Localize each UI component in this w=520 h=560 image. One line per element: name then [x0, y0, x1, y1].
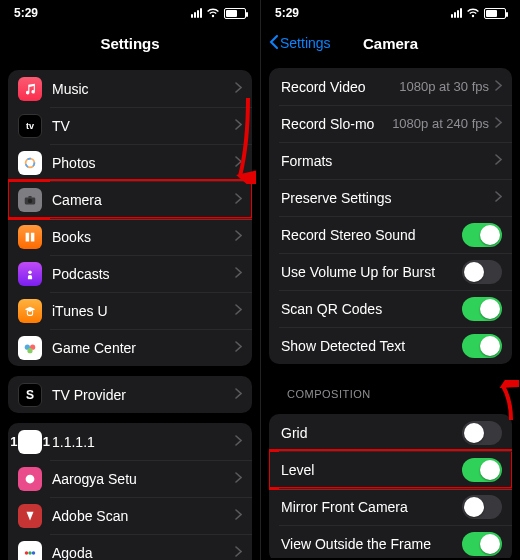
battery-icon	[484, 8, 506, 19]
settings-row-tvprovider-icon: S	[18, 383, 42, 407]
camera-row-formats[interactable]: Formats	[269, 142, 512, 179]
row-detail: 1080p at 240 fps	[392, 116, 489, 131]
row-label: TV Provider	[52, 387, 235, 403]
row-label: Scan QR Codes	[281, 301, 462, 317]
row-label: iTunes U	[52, 303, 235, 319]
settings-row-photos[interactable]: Photos	[8, 144, 252, 181]
chevron-left-icon	[269, 35, 278, 52]
settings-row-agoda-icon	[18, 541, 42, 561]
camera-row-mirror-toggle[interactable]	[462, 495, 502, 519]
camera-row-level-toggle[interactable]	[462, 458, 502, 482]
chevron-right-icon	[235, 546, 242, 560]
row-label: Adobe Scan	[52, 508, 235, 524]
chevron-right-icon	[235, 435, 242, 449]
svg-point-11	[28, 551, 32, 555]
row-label: TV	[52, 118, 235, 134]
camera-group-composition: GridLevelMirror Front CameraView Outside…	[269, 414, 512, 558]
row-label: Use Volume Up for Burst	[281, 264, 462, 280]
svg-point-8	[27, 348, 32, 353]
camera-row-volume-burst[interactable]: Use Volume Up for Burst	[269, 253, 512, 290]
row-label: Aarogya Setu	[52, 471, 235, 487]
settings-row-books[interactable]: Books	[8, 218, 252, 255]
camera-row-qr[interactable]: Scan QR Codes	[269, 290, 512, 327]
cellular-icon	[191, 8, 202, 18]
camera-group-main: Record Video1080p at 30 fpsRecord Slo-mo…	[269, 68, 512, 364]
row-label: Agoda	[52, 545, 235, 561]
chevron-right-icon	[235, 230, 242, 244]
settings-row-gamecenter[interactable]: Game Center	[8, 329, 252, 366]
chevron-right-icon	[235, 119, 242, 133]
camera-row-qr-toggle[interactable]	[462, 297, 502, 321]
camera-row-detected-text-toggle[interactable]	[462, 334, 502, 358]
settings-row-aarogya[interactable]: Aarogya Setu	[8, 460, 252, 497]
svg-rect-4	[28, 196, 32, 198]
settings-group-tvprovider: STV Provider	[8, 376, 252, 413]
camera-row-grid[interactable]: Grid	[269, 414, 512, 451]
settings-row-music-icon	[18, 77, 42, 101]
chevron-right-icon	[235, 304, 242, 318]
settings-row-camera-icon	[18, 188, 42, 212]
settings-row-music[interactable]: Music	[8, 70, 252, 107]
back-label: Settings	[280, 35, 331, 51]
settings-row-itunesu[interactable]: iTunes U	[8, 292, 252, 329]
camera-row-mirror[interactable]: Mirror Front Camera	[269, 488, 512, 525]
row-label: Record Video	[281, 79, 399, 95]
camera-row-stereo[interactable]: Record Stereo Sound	[269, 216, 512, 253]
back-button[interactable]: Settings	[269, 35, 331, 52]
camera-row-preserve[interactable]: Preserve Settings	[269, 179, 512, 216]
settings-row-books-icon	[18, 225, 42, 249]
settings-row-1111[interactable]: 1.1.1.11.1.1.1	[8, 423, 252, 460]
chevron-right-icon	[235, 193, 242, 207]
wifi-icon	[466, 8, 480, 18]
status-right	[451, 8, 506, 19]
camera-row-detected-text[interactable]: Show Detected Text	[269, 327, 512, 364]
settings-row-adobescan-icon	[18, 504, 42, 528]
row-label: Game Center	[52, 340, 235, 356]
row-label: Show Detected Text	[281, 338, 462, 354]
chevron-right-icon	[235, 472, 242, 486]
row-label: Preserve Settings	[281, 190, 495, 206]
chevron-right-icon	[235, 267, 242, 281]
camera-row-level[interactable]: Level	[269, 451, 512, 488]
chevron-right-icon	[495, 154, 502, 168]
camera-row-record-slomo[interactable]: Record Slo-mo1080p at 240 fps	[269, 105, 512, 142]
status-time: 5:29	[14, 6, 38, 20]
camera-row-outside-frame[interactable]: View Outside the Frame	[269, 525, 512, 558]
row-label: Record Stereo Sound	[281, 227, 462, 243]
settings-row-adobescan[interactable]: Adobe Scan	[8, 497, 252, 534]
right-screen: 5:29 Settings Camera Record Video1080p a…	[260, 0, 520, 560]
settings-row-itunesu-icon	[18, 299, 42, 323]
camera-settings-list[interactable]: Record Video1080p at 30 fpsRecord Slo-mo…	[261, 58, 520, 558]
row-label: Podcasts	[52, 266, 235, 282]
row-label: Level	[281, 462, 462, 478]
chevron-right-icon	[235, 388, 242, 402]
chevron-right-icon	[235, 156, 242, 170]
settings-row-1111-icon: 1.1.1.1	[18, 430, 42, 454]
nav-header: Settings Camera	[261, 26, 520, 60]
chevron-right-icon	[495, 191, 502, 205]
svg-point-10	[25, 551, 29, 555]
svg-point-5	[28, 270, 32, 274]
settings-row-camera[interactable]: Camera	[8, 181, 252, 218]
chevron-right-icon	[235, 509, 242, 523]
row-label: View Outside the Frame	[281, 536, 462, 552]
row-label: Books	[52, 229, 235, 245]
settings-list[interactable]: MusictvTVPhotosCameraBooksPodcastsiTunes…	[0, 60, 260, 560]
settings-row-tvprovider[interactable]: STV Provider	[8, 376, 252, 413]
row-detail: 1080p at 30 fps	[399, 79, 489, 94]
status-bar: 5:29	[261, 0, 520, 26]
camera-row-record-video[interactable]: Record Video1080p at 30 fps	[269, 68, 512, 105]
camera-row-stereo-toggle[interactable]	[462, 223, 502, 247]
row-label: Music	[52, 81, 235, 97]
camera-row-outside-frame-toggle[interactable]	[462, 532, 502, 556]
row-label: Photos	[52, 155, 235, 171]
status-right	[191, 8, 246, 19]
settings-row-agoda[interactable]: Agoda	[8, 534, 252, 560]
camera-row-grid-toggle[interactable]	[462, 421, 502, 445]
settings-row-podcasts[interactable]: Podcasts	[8, 255, 252, 292]
settings-row-tv[interactable]: tvTV	[8, 107, 252, 144]
row-label: Formats	[281, 153, 495, 169]
row-label: 1.1.1.1	[52, 434, 235, 450]
camera-row-volume-burst-toggle[interactable]	[462, 260, 502, 284]
svg-point-3	[28, 198, 32, 202]
